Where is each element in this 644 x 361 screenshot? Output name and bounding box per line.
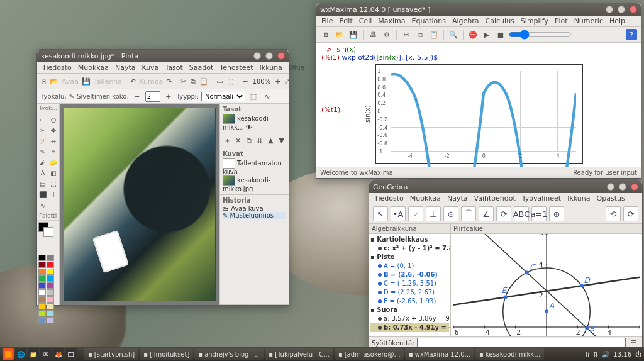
tool-icon[interactable]: ✂ bbox=[38, 125, 48, 135]
color-swatch[interactable] bbox=[38, 289, 46, 296]
open-icon[interactable]: 📂 bbox=[334, 29, 345, 40]
menu-item[interactable]: Muokkaa bbox=[410, 194, 441, 203]
new-icon[interactable]: ⎘ bbox=[41, 75, 47, 87]
zoom-value[interactable]: 100% bbox=[252, 78, 272, 85]
color-swatch[interactable] bbox=[38, 310, 46, 316]
open-icon[interactable]: 📂 bbox=[49, 75, 59, 87]
pan-tool-icon[interactable]: ⊕ bbox=[549, 206, 564, 221]
color-swatch[interactable] bbox=[47, 269, 54, 275]
zoom-fit-icon[interactable]: ⤢ bbox=[284, 75, 291, 87]
menu-item[interactable]: Algebra bbox=[452, 17, 479, 25]
menu-item[interactable]: Kuva bbox=[142, 64, 158, 72]
launcher-icon[interactable]: 🟧 bbox=[3, 348, 14, 360]
fg-bg-swatch[interactable] bbox=[38, 222, 58, 238]
text-tool-icon[interactable]: ABC bbox=[514, 206, 529, 221]
menu-item[interactable]: Ikkuna bbox=[260, 64, 282, 72]
menu-item[interactable]: Cell bbox=[359, 17, 372, 25]
new-icon[interactable]: 🗎 bbox=[320, 29, 331, 40]
brush-type-select[interactable]: Normaali bbox=[201, 92, 245, 101]
tree-item-line-a[interactable]: a: 3.57x + 3.86y = 9.04 bbox=[370, 314, 449, 323]
taskbar-task[interactable]: ▪wxMaxima 12.0… bbox=[405, 348, 474, 360]
graphics-view[interactable]: Piirtoalue ABCDE -6-4-2 bbox=[451, 224, 642, 336]
color-swatch[interactable] bbox=[38, 296, 46, 303]
color-swatch[interactable] bbox=[47, 282, 54, 289]
menu-item[interactable]: Työvälineet bbox=[522, 194, 561, 203]
save-icon[interactable]: 💾 bbox=[81, 75, 91, 87]
redo-icon[interactable]: ⟳ bbox=[623, 206, 638, 221]
play-icon[interactable]: ▶ bbox=[481, 29, 492, 40]
layer-add-icon[interactable]: ＋ bbox=[223, 135, 231, 146]
color-swatch[interactable] bbox=[47, 303, 54, 309]
history-row[interactable]: 🗁 Avaa kuva bbox=[223, 205, 286, 212]
tool-icon[interactable]: 🪄 bbox=[38, 136, 48, 146]
tool-icon[interactable]: ⬛ bbox=[38, 189, 48, 199]
menu-item[interactable]: Simplify bbox=[521, 17, 548, 25]
transform-tool-icon[interactable]: ⟳ bbox=[496, 206, 511, 221]
cut-icon[interactable]: ✂ bbox=[401, 29, 412, 40]
brush-dec-icon[interactable]: − bbox=[131, 91, 143, 102]
tool-icon[interactable]: 🖌 bbox=[38, 157, 48, 167]
menu-item[interactable]: File bbox=[321, 17, 333, 25]
launcher-icon[interactable]: ✉ bbox=[40, 348, 52, 360]
tool-icon[interactable]: ○ bbox=[48, 114, 58, 125]
geogebra-titlebar[interactable]: GeoGebra bbox=[369, 181, 642, 193]
tool-icon[interactable]: ▤ bbox=[38, 179, 48, 189]
tool-icon[interactable]: T bbox=[48, 189, 58, 199]
close-button[interactable] bbox=[630, 6, 637, 13]
layer-del-icon[interactable]: ✕ bbox=[233, 135, 242, 146]
save-icon[interactable]: 💾 bbox=[348, 29, 359, 40]
launcher-icon[interactable]: 🌐 bbox=[15, 348, 26, 360]
tree-category[interactable]: ▪ Suora bbox=[370, 306, 449, 314]
color-swatch[interactable] bbox=[47, 255, 54, 261]
close-button[interactable] bbox=[277, 52, 285, 60]
copy-icon[interactable]: ⧉ bbox=[190, 75, 196, 87]
launcher-icon[interactable]: 🦊 bbox=[53, 348, 64, 360]
cut-icon[interactable]: ✂ bbox=[180, 75, 187, 87]
max-button[interactable] bbox=[618, 6, 625, 13]
min-button[interactable] bbox=[607, 183, 614, 191]
image-row[interactable]: Tallentamaton kuva bbox=[223, 158, 286, 175]
tree-item-b[interactable]: B = (2.6, -0.06) bbox=[370, 270, 449, 279]
close-button[interactable] bbox=[631, 183, 638, 191]
keyboard-indicator[interactable]: fi bbox=[586, 351, 589, 358]
menu-item[interactable]: Help bbox=[609, 17, 625, 25]
taskbar-task[interactable]: ▪[Tukipalvelu - C… bbox=[265, 348, 333, 360]
menu-item[interactable]: Tiedosto bbox=[42, 64, 72, 72]
color-swatch[interactable] bbox=[38, 269, 46, 275]
taskbar-task[interactable]: ▪kesakoodi-mikk… bbox=[475, 348, 544, 360]
wxmaxima-document[interactable]: --> sin(x) (%i1) wxplot2d([sin(x)], [x,-… bbox=[316, 43, 641, 167]
tree-category[interactable]: ▪ Piste bbox=[370, 253, 449, 262]
crop-icon[interactable]: ▭ bbox=[216, 75, 224, 87]
taskbar-task[interactable]: ▪[ilmoitukset] bbox=[140, 348, 193, 360]
network-icon[interactable]: ⇅ bbox=[593, 351, 598, 358]
brush-inc-icon[interactable]: + bbox=[163, 91, 174, 102]
min-button[interactable] bbox=[606, 6, 613, 13]
tree-item-d[interactable]: D = (2.26, 2.67) bbox=[370, 288, 449, 297]
perp-tool-icon[interactable]: ⊥ bbox=[426, 206, 441, 221]
menu-item[interactable]: Opastus bbox=[597, 194, 625, 203]
max-button[interactable] bbox=[619, 183, 626, 191]
geogebra-graph[interactable]: ABCDE -6-4-224 -2246 bbox=[453, 234, 640, 336]
color-swatch[interactable] bbox=[38, 303, 46, 309]
menu-item[interactable]: Numeric bbox=[574, 17, 603, 25]
max-button[interactable] bbox=[265, 52, 273, 60]
color-swatch[interactable] bbox=[38, 255, 46, 261]
menu-item[interactable]: Edit bbox=[339, 17, 352, 25]
min-button[interactable] bbox=[253, 52, 261, 60]
tool-icon[interactable]: ⌖ bbox=[48, 147, 58, 157]
color-swatch[interactable] bbox=[47, 289, 54, 296]
brush-size-input[interactable] bbox=[145, 91, 160, 102]
circle-tool-icon[interactable]: ⊙ bbox=[443, 206, 458, 221]
menu-item[interactable]: Säädöt bbox=[189, 64, 214, 72]
tree-category[interactable]: ▪ Kartioleikkaus bbox=[370, 235, 449, 244]
tree-item-c[interactable]: c: x² + (y - 1)² = 7.88 bbox=[370, 244, 449, 253]
deselect-icon[interactable]: ⬚ bbox=[226, 75, 234, 87]
tree-item-a[interactable]: A = (0, 1) bbox=[370, 262, 449, 270]
zoom-in-icon[interactable]: + bbox=[274, 75, 281, 87]
tool-icon[interactable]: ▭ bbox=[38, 114, 48, 125]
tree-item-c2[interactable]: C = (-1.26, 3.51) bbox=[370, 279, 449, 288]
halt-icon[interactable]: ■ bbox=[495, 29, 506, 40]
move-tool-icon[interactable]: ↖ bbox=[373, 206, 388, 221]
anim-slider[interactable] bbox=[509, 30, 572, 40]
tree-item-e[interactable]: E = (-2.65, 1.93) bbox=[370, 297, 449, 306]
